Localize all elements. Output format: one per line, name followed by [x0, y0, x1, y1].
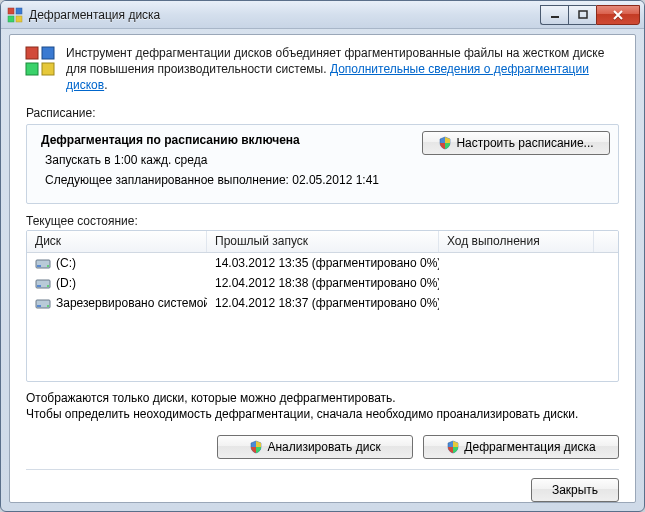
- close-label: Закрыть: [552, 483, 598, 497]
- close-button[interactable]: Закрыть: [531, 478, 619, 502]
- svg-point-18: [47, 305, 49, 307]
- titlebar[interactable]: Дефрагментация диска: [1, 1, 644, 29]
- table-row[interactable]: (C:) 14.03.2012 13:35 (фрагментировано 0…: [27, 253, 618, 273]
- svg-rect-14: [37, 285, 41, 287]
- shield-icon: [446, 440, 460, 454]
- disk-name: (C:): [56, 256, 76, 270]
- window-controls: [540, 5, 640, 25]
- svg-rect-2: [8, 16, 14, 22]
- action-row: Анализировать диск Дефрагментация диска: [10, 425, 635, 463]
- shield-icon: [438, 136, 452, 150]
- schedule-run-at: Запускать в 1:00 кажд. среда: [41, 153, 608, 167]
- disk-last-run: 12.04.2012 18:38 (фрагментировано 0%): [207, 276, 439, 290]
- window-close-button[interactable]: [596, 5, 640, 25]
- disk-name: Зарезервировано системой: [56, 296, 207, 310]
- window-title: Дефрагментация диска: [29, 8, 540, 22]
- hdd-icon: [35, 296, 51, 310]
- info-row: Инструмент дефрагментации дисков объедин…: [10, 35, 635, 102]
- svg-point-12: [47, 265, 49, 267]
- disk-name: (D:): [56, 276, 76, 290]
- hdd-icon: [35, 276, 51, 290]
- svg-rect-7: [42, 47, 54, 59]
- hdd-icon: [35, 256, 51, 270]
- defrag-app-icon: [7, 7, 23, 23]
- current-state-label: Текущее состояние:: [10, 210, 635, 230]
- shield-icon: [249, 440, 263, 454]
- minimize-button[interactable]: [540, 5, 568, 25]
- configure-schedule-button[interactable]: Настроить расписание...: [422, 131, 610, 155]
- disk-last-run: 14.03.2012 13:35 (фрагментировано 0%): [207, 256, 439, 270]
- table-row[interactable]: (D:) 12.04.2012 18:38 (фрагментировано 0…: [27, 273, 618, 293]
- schedule-box: Дефрагментация по расписанию включена За…: [26, 124, 619, 204]
- svg-rect-11: [37, 265, 41, 267]
- maximize-button[interactable]: [568, 5, 596, 25]
- defrag-icon: [24, 45, 56, 77]
- defrag-button[interactable]: Дефрагментация диска: [423, 435, 619, 459]
- hint-line2: Чтобы определить неоходимость дефрагмент…: [26, 406, 619, 423]
- hint-line1: Отображаются только диски, которые можно…: [26, 390, 619, 407]
- col-last-run[interactable]: Прошлый запуск: [207, 231, 439, 252]
- hint-text: Отображаются только диски, которые можно…: [10, 382, 635, 426]
- svg-rect-9: [42, 63, 54, 75]
- svg-rect-1: [16, 8, 22, 14]
- svg-rect-5: [579, 11, 587, 18]
- svg-rect-17: [37, 305, 41, 307]
- schedule-label: Расписание:: [10, 102, 635, 122]
- info-text: Инструмент дефрагментации дисков объедин…: [66, 45, 621, 94]
- svg-rect-0: [8, 8, 14, 14]
- disk-table: Диск Прошлый запуск Ход выполнения (C:) …: [26, 230, 619, 382]
- analyze-label: Анализировать диск: [267, 440, 380, 454]
- table-row[interactable]: Зарезервировано системой 12.04.2012 18:3…: [27, 293, 618, 313]
- analyze-button[interactable]: Анализировать диск: [217, 435, 413, 459]
- table-header: Диск Прошлый запуск Ход выполнения: [27, 231, 618, 253]
- footer-row: Закрыть: [26, 469, 619, 502]
- svg-rect-4: [551, 16, 559, 18]
- defrag-label: Дефрагментация диска: [464, 440, 595, 454]
- disk-last-run: 12.04.2012 18:37 (фрагментировано 0%): [207, 296, 439, 310]
- col-progress[interactable]: Ход выполнения: [439, 231, 594, 252]
- svg-rect-3: [16, 16, 22, 22]
- svg-rect-6: [26, 47, 38, 59]
- svg-point-15: [47, 285, 49, 287]
- col-disk[interactable]: Диск: [27, 231, 207, 252]
- schedule-next-run: Следующее запланированное выполнение: 02…: [41, 173, 608, 187]
- window: Дефрагментация диска: [0, 0, 645, 512]
- col-spacer: [594, 231, 618, 252]
- content-area: Инструмент дефрагментации дисков объедин…: [9, 34, 636, 503]
- configure-schedule-label: Настроить расписание...: [456, 136, 593, 150]
- svg-rect-8: [26, 63, 38, 75]
